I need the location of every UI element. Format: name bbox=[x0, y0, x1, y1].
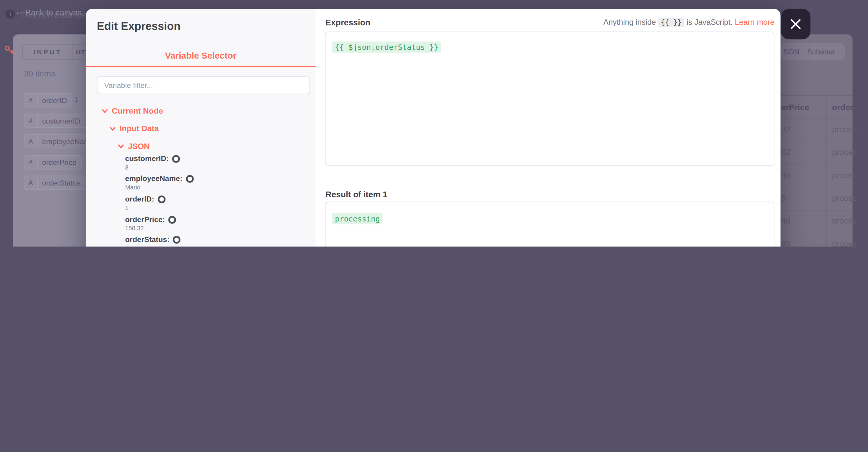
tree-leaf-employeename[interactable]: employeeName: bbox=[125, 174, 193, 182]
string-type-icon: A bbox=[25, 134, 38, 148]
table-cell: proces bbox=[832, 147, 857, 157]
back-to-canvas-link[interactable]: Back to canvas bbox=[25, 8, 82, 17]
tree-leaf-orderprice[interactable]: orderPrice: bbox=[125, 215, 176, 223]
chevron-down-icon bbox=[110, 125, 116, 131]
tab-json[interactable]: SON bbox=[781, 48, 800, 56]
number-type-icon: # bbox=[25, 114, 38, 127]
tree-leaf-orderid[interactable]: orderID: bbox=[125, 195, 165, 203]
tab-variable-selector[interactable]: Variable Selector bbox=[86, 51, 316, 61]
table-cell: 02 bbox=[781, 147, 790, 157]
insert-variable-icon[interactable] bbox=[173, 236, 181, 243]
tree-leaf-value: 1 bbox=[125, 204, 128, 211]
number-type-icon: # bbox=[25, 94, 38, 107]
table-cell: 48 bbox=[781, 216, 790, 225]
result-output: processing bbox=[325, 202, 774, 246]
tab-input[interactable]: INPUT bbox=[22, 44, 73, 60]
chevron-down-icon bbox=[102, 108, 108, 114]
number-type-icon: # bbox=[25, 156, 38, 169]
schema-row[interactable]: # orderPrice bbox=[24, 155, 82, 170]
schema-row[interactable]: # orderID bbox=[24, 93, 71, 108]
tree-leaf-value: 8 bbox=[125, 164, 128, 171]
table-cell: proces bbox=[832, 124, 857, 134]
table-cell: 38 bbox=[781, 171, 790, 180]
schema-row[interactable]: # customerID bbox=[24, 114, 92, 128]
schema-row-value: 1 bbox=[74, 95, 79, 103]
close-icon bbox=[790, 18, 802, 30]
result-label: Result of item 1 bbox=[326, 189, 388, 199]
arrow-left-icon: ← bbox=[14, 6, 25, 18]
tree-leaf-value: 150.32 bbox=[125, 225, 144, 232]
tree-leaf-orderstatus[interactable]: orderStatus: bbox=[125, 235, 181, 243]
learn-more-link[interactable]: Learn more bbox=[735, 18, 774, 27]
insert-variable-icon[interactable] bbox=[186, 175, 194, 182]
chevron-down-icon bbox=[118, 143, 124, 149]
modal-title: Edit Expression bbox=[97, 20, 181, 33]
table-cell: proces bbox=[832, 193, 857, 203]
tree-branch-input-data[interactable]: Input Data bbox=[110, 124, 159, 133]
active-tab-underline bbox=[86, 66, 316, 67]
close-button[interactable] bbox=[781, 9, 810, 39]
tab-schema[interactable]: Schema bbox=[800, 48, 835, 56]
tree-leaf-value: processing bbox=[125, 245, 155, 246]
tree-branch-current-node[interactable]: Current Node bbox=[102, 107, 163, 115]
column-header-orderprice: erPrice bbox=[781, 102, 809, 112]
tree-branch-json[interactable]: JSON bbox=[118, 142, 150, 150]
variable-filter-input[interactable] bbox=[97, 77, 310, 94]
table-cell: proces bbox=[832, 239, 857, 246]
insert-variable-icon[interactable] bbox=[168, 216, 176, 223]
info-icon: i bbox=[5, 9, 15, 19]
table-cell: proces bbox=[832, 171, 857, 180]
expression-editor[interactable]: {{ $json.orderStatus }} bbox=[325, 31, 774, 165]
expression-helper: Anything inside {{ }} is JavaScript. Lea… bbox=[325, 18, 774, 27]
screen: i This n8n instance is ← Back to canvas … bbox=[0, 0, 868, 246]
items-count: 30 items bbox=[24, 68, 55, 78]
table-cell: 32 bbox=[781, 124, 790, 134]
table-cell: 6 bbox=[781, 193, 785, 203]
output-view-tabs[interactable]: SON Schema bbox=[781, 43, 845, 60]
tree-leaf-value: Mario bbox=[125, 184, 140, 191]
insert-variable-icon[interactable] bbox=[172, 155, 180, 162]
table-cell: 99 bbox=[781, 239, 790, 246]
expression-code[interactable]: {{ $json.orderStatus }} bbox=[332, 41, 441, 53]
schema-row[interactable]: A orderStatus bbox=[24, 176, 86, 190]
column-header-orderstatus: order bbox=[832, 102, 853, 112]
braces-code-chip: {{ }} bbox=[658, 18, 684, 27]
table-cell: proces bbox=[832, 216, 857, 225]
string-type-icon: A bbox=[25, 176, 38, 189]
tree-leaf-customerid[interactable]: customerID: bbox=[125, 154, 180, 162]
result-value: processing bbox=[332, 213, 383, 224]
insert-variable-icon[interactable] bbox=[157, 195, 165, 203]
